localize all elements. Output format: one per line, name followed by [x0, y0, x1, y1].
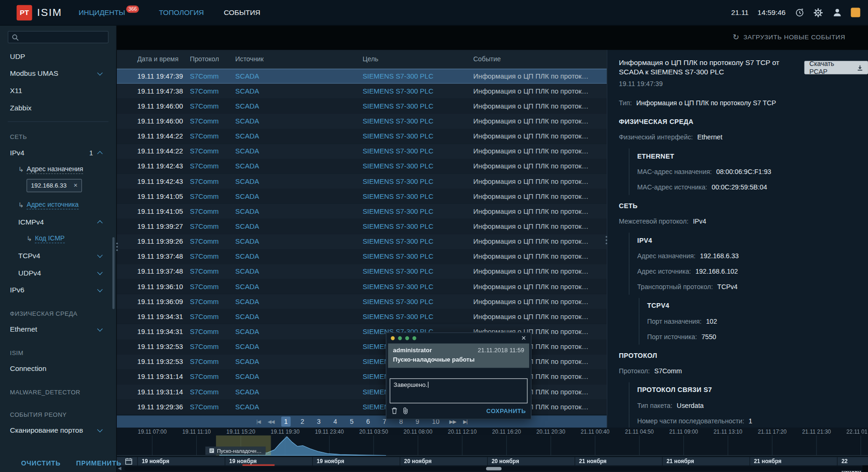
chevron-down-icon[interactable]	[97, 326, 103, 331]
chevron-down-icon[interactable]	[97, 286, 103, 292]
day-separator	[137, 457, 138, 466]
nav-item-0[interactable]: ИНЦИДЕНТЫ366	[79, 8, 139, 17]
sidebar-item[interactable]: Сканирование портов	[0, 421, 116, 439]
settings-gear-icon[interactable]	[813, 7, 823, 17]
table-row[interactable]: 19.11 19:32:53S7CommSCADASIEMENS S7-300 …	[117, 355, 607, 370]
details-field-value: 08:00:06:9C:F1:93	[716, 168, 771, 176]
sidebar-item[interactable]: TCPv4	[0, 247, 116, 264]
load-new-events-button[interactable]: ↻ ЗАГРУЗИТЬ НОВЫЕ СОБЫТИЯ	[733, 34, 846, 40]
status-indicator[interactable]	[851, 8, 860, 17]
save-comment-button[interactable]: СОХРАНИТЬ	[486, 407, 526, 414]
pagination-prev-button[interactable]: ◀◀	[267, 419, 274, 424]
timeline-annotation[interactable]: Пуско-наладочн…	[205, 447, 265, 455]
pagination-page-1[interactable]: 1	[281, 417, 291, 427]
table-row[interactable]: 19.11 19:34:31S7CommSCADASIEMENS S7-300 …	[117, 324, 607, 339]
table-row[interactable]: 19.11 19:32:53S7CommSCADASIEMENS S7-300 …	[117, 339, 607, 354]
pagination-first-button[interactable]: |◀	[256, 419, 260, 424]
table-row[interactable]: 19.11 19:41:05S7CommSCADASIEMENS S7-300 …	[117, 189, 607, 204]
table-row[interactable]: 19.11 19:44:22S7CommSCADASIEMENS S7-300 …	[117, 144, 607, 159]
cell-source: SCADA	[235, 388, 362, 396]
sidebar-item[interactable]: Modbus UMAS	[0, 65, 116, 82]
cell-time: 19.11 19:31:14	[137, 388, 190, 396]
details-splitter-handle[interactable]	[604, 236, 608, 245]
table-row[interactable]: 19.11 19:47:38S7CommSCADASIEMENS S7-300 …	[117, 84, 607, 99]
cell-source: SCADA	[235, 208, 362, 216]
table-row[interactable]: 19.11 19:46:00S7CommSCADASIEMENS S7-300 …	[117, 114, 607, 129]
table-row[interactable]: 19.11 19:31:14S7CommSCADASIEMENS S7-300 …	[117, 385, 607, 399]
nav-item-1[interactable]: ТОПОЛОГИЯ	[159, 8, 204, 17]
tree-arrow-icon: ↳	[18, 201, 24, 209]
sidebar-item[interactable]: X11	[0, 82, 116, 99]
table-row[interactable]: 19.11 19:47:39S7CommSCADASIEMENS S7-300 …	[117, 69, 607, 84]
pagination-page-5[interactable]: 5	[347, 417, 357, 427]
sidebar-item[interactable]: ICMPv4	[0, 213, 116, 231]
chevron-down-icon[interactable]	[97, 269, 103, 275]
pagination-page-2[interactable]: 2	[298, 417, 307, 427]
table-row[interactable]: 19.11 19:39:26S7CommSCADASIEMENS S7-300 …	[117, 234, 607, 249]
clear-filters-button[interactable]: ОЧИСТИТЬ	[21, 459, 61, 467]
load-new-events-label: ЗАГРУЗИТЬ НОВЫЕ СОБЫТИЯ	[743, 34, 845, 40]
sidebar-filter-link[interactable]: ↳Адрес источника	[0, 196, 116, 213]
details-field-value: 1	[749, 417, 753, 425]
table-row[interactable]: 19.11 19:29:36S7CommSCADASIEMENS S7-300 …	[117, 399, 607, 414]
download-pcap-button[interactable]: Скачать PCAP	[804, 61, 868, 74]
sidebar-item[interactable]: Zabbix	[0, 99, 116, 116]
attach-file-icon[interactable]	[402, 407, 409, 414]
table-row[interactable]: 19.11 19:42:43S7CommSCADASIEMENS S7-300 …	[117, 174, 607, 189]
sidebar-item[interactable]: UDPv4	[0, 264, 116, 282]
sidebar-scrollbar[interactable]	[112, 237, 115, 309]
close-icon[interactable]: ×	[521, 334, 526, 342]
calendar-icon[interactable]	[125, 457, 132, 465]
cell-target: SIEMENS S7-300 PLC	[363, 298, 473, 306]
sidebar-item[interactable]: Connection	[0, 360, 116, 378]
table-row[interactable]: 19.11 19:39:27S7CommSCADASIEMENS S7-300 …	[117, 219, 607, 234]
table-row[interactable]: 19.11 19:44:22S7CommSCADASIEMENS S7-300 …	[117, 129, 607, 144]
horizontal-scrollbar[interactable]	[124, 466, 862, 471]
sidebar-splitter-handle[interactable]	[115, 243, 118, 251]
table-row[interactable]: 19.11 19:36:09S7CommSCADASIEMENS S7-300 …	[117, 294, 607, 309]
time-sync-icon[interactable]	[794, 7, 804, 17]
details-field-label: Адрес источника:	[637, 268, 691, 276]
table-row[interactable]: 19.11 19:37:48S7CommSCADASIEMENS S7-300 …	[117, 249, 607, 264]
table-row[interactable]: 19.11 19:37:48S7CommSCADASIEMENS S7-300 …	[117, 264, 607, 279]
pagination-page-4[interactable]: 4	[330, 417, 340, 427]
cell-protocol: S7Comm	[190, 313, 235, 321]
apply-filters-button[interactable]: ПРИМЕНИТЬ	[76, 459, 122, 467]
chevron-down-icon[interactable]	[97, 427, 103, 432]
delete-comment-icon[interactable]	[391, 407, 397, 414]
search-input[interactable]	[22, 33, 104, 41]
table-row[interactable]: 19.11 19:46:00S7CommSCADASIEMENS S7-300 …	[117, 99, 607, 114]
pagination-next-button[interactable]: ▶▶	[449, 419, 456, 424]
comment-input[interactable]: Завершено.	[390, 378, 528, 403]
sidebar-item[interactable]: UDP	[0, 48, 116, 65]
table-row[interactable]: 19.11 19:41:05S7CommSCADASIEMENS S7-300 …	[117, 204, 607, 219]
sidebar-filter-link[interactable]: ↳Код ICMP	[0, 231, 116, 247]
cell-time: 19.11 19:39:27	[137, 223, 190, 231]
brand-title: ISIM	[37, 7, 62, 19]
pt-logo[interactable]: PT	[17, 5, 32, 20]
day-separator	[574, 457, 575, 466]
cell-time: 19.11 19:47:38	[137, 87, 190, 95]
pagination-last-button[interactable]: ▶|	[463, 419, 467, 424]
chevron-up-icon[interactable]	[97, 220, 103, 225]
sidebar-item[interactable]: IPv6	[0, 282, 116, 299]
pagination-page-6[interactable]: 6	[364, 417, 373, 427]
nav-item-2[interactable]: СОБЫТИЯ	[224, 8, 260, 17]
cell-event: Информация о ЦП ПЛК по проток…	[473, 298, 598, 306]
pagination-page-3[interactable]: 3	[314, 417, 323, 427]
sidebar-filter-link[interactable]: ↳Адрес назначения	[0, 161, 116, 178]
table-row[interactable]: 19.11 19:36:10S7CommSCADASIEMENS S7-300 …	[117, 279, 607, 294]
remove-filter-icon[interactable]: ×	[73, 182, 77, 189]
horizontal-scrollbar-thumb[interactable]	[486, 467, 502, 470]
scrollbar-corner	[862, 465, 868, 472]
chevron-up-icon[interactable]	[97, 151, 103, 156]
filter-tag: 192.168.6.33×	[27, 179, 82, 192]
chevron-down-icon[interactable]	[97, 252, 103, 258]
sidebar-item[interactable]: IPv41	[0, 144, 116, 161]
table-row[interactable]: 19.11 19:34:31S7CommSCADASIEMENS S7-300 …	[117, 309, 607, 324]
sidebar-item[interactable]: Ethernet	[0, 321, 116, 338]
chevron-down-icon[interactable]	[97, 70, 103, 75]
user-profile-icon[interactable]	[832, 7, 842, 17]
table-row[interactable]: 19.11 19:42:43S7CommSCADASIEMENS S7-300 …	[117, 159, 607, 174]
table-row[interactable]: 19.11 19:31:14S7CommSCADASIEMENS S7-300 …	[117, 370, 607, 385]
